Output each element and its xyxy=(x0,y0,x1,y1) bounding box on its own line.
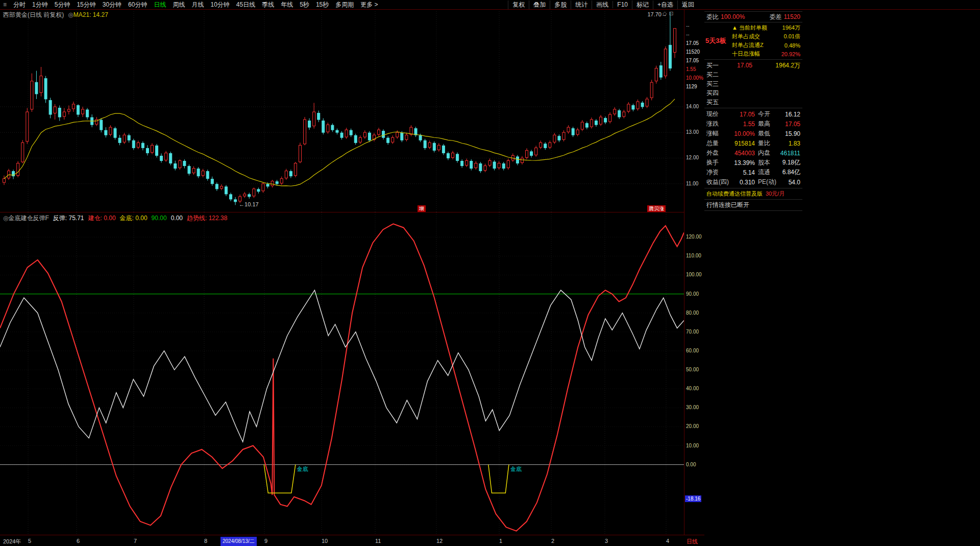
bid-row-买五: 买五 xyxy=(704,98,802,107)
board-streak-tag: 5天3板 xyxy=(705,23,732,58)
bid-label: 买二 xyxy=(706,70,723,79)
seal-row-value: 1964万 xyxy=(782,24,800,32)
weibi-row: 委比 100.00% 委差 11520 xyxy=(704,11,802,22)
period-tab-45日线[interactable]: 45日线 xyxy=(236,1,255,9)
axis-month-label: 6 xyxy=(77,538,80,544)
quote-mini-value: 1.55 xyxy=(686,66,696,72)
seal-row-value: 20.92% xyxy=(781,51,800,57)
golden-bottom-line xyxy=(264,465,296,493)
indicator-axis-label: 30.00 xyxy=(686,405,699,410)
indicator-param: 建仓: 0.00 xyxy=(88,215,116,222)
axis-month-label: 7 xyxy=(134,538,137,544)
seal-row-label: ▲ 当前封单额 xyxy=(732,24,767,32)
axis-period-label: 日线 xyxy=(687,538,698,545)
tool-button-返回[interactable]: 返回 xyxy=(677,1,698,9)
stat-label: 量比 xyxy=(758,139,779,148)
period-tab-30分钟[interactable]: 30分钟 xyxy=(103,1,121,9)
promo-text: 自动续费通达信普及版 xyxy=(706,190,763,198)
weibi-label: 委比 xyxy=(706,13,719,21)
axis-month-label: 8 xyxy=(204,538,207,544)
stat-value: 13.39% xyxy=(725,159,755,167)
period-tab-更多 >[interactable]: 更多 > xyxy=(360,1,378,9)
stat-value: 54.0 xyxy=(779,179,800,186)
bid-label: 买五 xyxy=(706,98,723,107)
stat-value: 461811 xyxy=(779,150,800,157)
stat-value: 1.83 xyxy=(779,140,800,147)
divider-badge-增[interactable]: 增 xyxy=(418,205,426,212)
tool-button-画线[interactable]: 画线 xyxy=(592,1,612,9)
indicator-axis-label: 60.00 xyxy=(686,348,699,353)
weicha-label: 委差 xyxy=(770,13,782,21)
stat-label: 外盘 xyxy=(706,149,725,157)
period-tab-多周期[interactable]: 多周期 xyxy=(335,1,354,9)
ma-toggle-icon[interactable]: ◎ xyxy=(68,11,73,18)
period-tab-分时[interactable]: 分时 xyxy=(13,1,26,9)
seal-row: 封单占成交0.01倍 xyxy=(732,32,800,41)
tool-button-标记[interactable]: 标记 xyxy=(632,1,653,9)
subscription-promo[interactable]: 自动续费通达信普及版 30元/月 xyxy=(704,188,802,200)
stat-row: 外盘454003内盘461811 xyxy=(706,148,800,158)
axis-month-label: 3 xyxy=(605,538,608,544)
period-tab-15分钟[interactable]: 15分钟 xyxy=(77,1,95,9)
diamond-icon[interactable]: ◇ xyxy=(663,10,669,16)
weicha-value: 11520 xyxy=(784,13,800,20)
period-tab-1分钟[interactable]: 1分钟 xyxy=(32,1,48,9)
quote-mini-value: 1129 xyxy=(686,84,697,89)
selected-date-chip: 2024/08/13/二 xyxy=(220,537,257,546)
tool-button-+自选[interactable]: +自选 xyxy=(653,1,677,9)
chart-canvas[interactable]: 17.70→←10.17金底金底 xyxy=(0,0,684,546)
period-toolbar: ≡ 分时1分钟5分钟15分钟30分钟60分钟日线周线月线10分钟45日线季线年线… xyxy=(0,0,980,10)
stat-row: 收益(四)0.310PE(动)54.0 xyxy=(706,177,800,187)
stat-label: 收益(四) xyxy=(706,178,725,186)
period-tab-15秒[interactable]: 15秒 xyxy=(316,1,329,9)
period-tab-5秒[interactable]: 5秒 xyxy=(300,1,309,9)
indicator-axis-label: 90.00 xyxy=(686,291,699,297)
stat-row: 换手13.39%股本9.18亿 xyxy=(706,158,800,168)
ma21-line xyxy=(4,99,675,186)
stat-value: 17.05 xyxy=(725,111,755,118)
tool-button-叠加[interactable]: 叠加 xyxy=(529,1,550,9)
period-tab-5分钟[interactable]: 5分钟 xyxy=(55,1,70,9)
quote-mini-value: -- xyxy=(686,23,690,29)
stat-label: 涨跌 xyxy=(706,120,725,128)
bid-volume: 1964.2万 xyxy=(752,61,800,70)
tool-button-统计[interactable]: 统计 xyxy=(571,1,592,9)
quote-stats-grid: 现价17.05今开16.12涨跌1.55最高17.05涨幅10.00%最低15.… xyxy=(704,108,802,188)
price-axis-label: 12.00 xyxy=(686,155,699,160)
period-tab-月线[interactable]: 月线 xyxy=(191,1,204,9)
stat-label: 流通 xyxy=(758,168,779,177)
tool-button-复权[interactable]: 复权 xyxy=(508,1,529,9)
tool-button-多股[interactable]: 多股 xyxy=(550,1,571,9)
stat-value: 17.05 xyxy=(779,121,800,128)
stat-label: 换手 xyxy=(706,158,725,167)
kline-pane-title: 西部黄金(日线 前复权)◎MA21: 14.27 xyxy=(3,11,112,19)
stat-label: 现价 xyxy=(706,110,725,118)
stat-label: PE(动) xyxy=(758,178,779,186)
indicator-axis-label: 110.00 xyxy=(686,253,701,258)
stat-label: 净资 xyxy=(706,168,725,177)
maximize-icon[interactable]: ⊡ xyxy=(669,10,675,16)
seal-row: 封单占流通Z0.48% xyxy=(732,41,800,50)
candlestick-series xyxy=(3,12,676,205)
tool-button-F10[interactable]: F10 xyxy=(612,1,632,8)
axis-month-label: 12 xyxy=(436,538,443,544)
menu-icon[interactable]: ≡ xyxy=(3,1,7,8)
indicator-axis-label: 20.00 xyxy=(686,423,699,429)
divider-badge-腾贝涨[interactable]: 腾贝涨 xyxy=(647,205,666,212)
indicator-param: 趋势线: 122.38 xyxy=(187,215,227,222)
period-tab-年线[interactable]: 年线 xyxy=(281,1,293,9)
period-tab-60分钟[interactable]: 60分钟 xyxy=(128,1,147,9)
indic-toggle-icon[interactable]: ◎ xyxy=(3,215,8,222)
stat-label: 股本 xyxy=(758,158,779,167)
pane-window-icons[interactable]: ◇⊡ xyxy=(663,10,676,17)
period-tab-季线[interactable]: 季线 xyxy=(262,1,274,9)
seal-row-label: 封单占流通Z xyxy=(732,41,764,49)
axis-month-label: 9 xyxy=(264,538,267,544)
quote-panel: R 601069 西部黄金 委比 100.00% 委差 11520 5天3板 ▲… xyxy=(704,0,980,546)
quote-mini-value: 11520 xyxy=(686,49,700,55)
period-tab-日线[interactable]: 日线 xyxy=(154,1,166,9)
period-tab-10分钟[interactable]: 10分钟 xyxy=(210,1,229,9)
axis-month-label: 2 xyxy=(551,538,554,544)
period-tab-周线[interactable]: 周线 xyxy=(173,1,185,9)
stat-row: 总量915814量比1.83 xyxy=(706,138,800,148)
